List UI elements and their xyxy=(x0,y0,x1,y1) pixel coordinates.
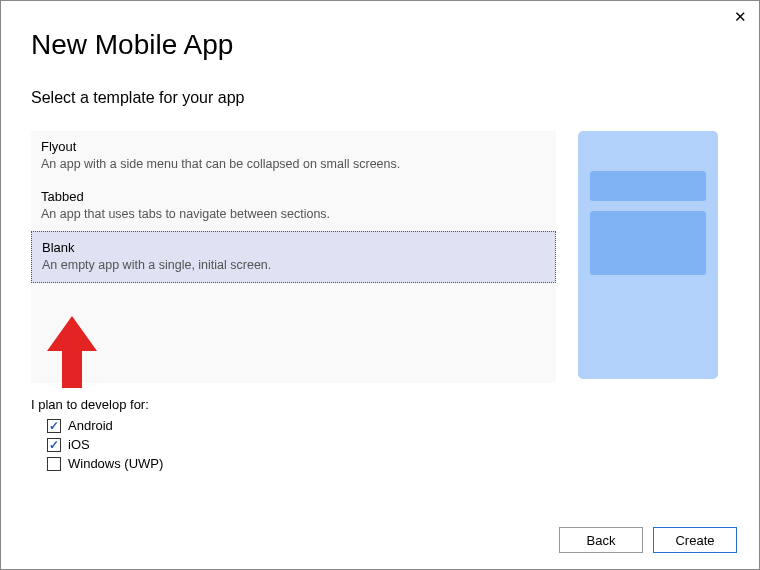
checkbox-label: iOS xyxy=(68,437,90,452)
preview-pane xyxy=(578,131,718,379)
template-item-flyout[interactable]: Flyout An app with a side menu that can … xyxy=(31,131,556,181)
dialog-content: New Mobile App Select a template for you… xyxy=(1,1,759,495)
template-name: Blank xyxy=(42,240,545,255)
checkbox-row-ios: iOS xyxy=(47,437,729,452)
dialog-title: New Mobile App xyxy=(31,29,729,61)
dialog-subtitle: Select a template for your app xyxy=(31,89,729,107)
template-list: Flyout An app with a side menu that can … xyxy=(31,131,556,383)
template-desc: An app with a side menu that can be coll… xyxy=(41,157,546,171)
close-button[interactable]: ✕ xyxy=(734,9,747,24)
main-area: Flyout An app with a side menu that can … xyxy=(31,131,729,383)
develop-for-label: I plan to develop for: xyxy=(31,397,729,412)
checkbox-label: Android xyxy=(68,418,113,433)
checkbox-label: Windows (UWP) xyxy=(68,456,163,471)
back-button[interactable]: Back xyxy=(559,527,643,553)
template-item-tabbed[interactable]: Tabbed An app that uses tabs to navigate… xyxy=(31,181,556,231)
preview-block xyxy=(590,171,706,201)
checkbox-android[interactable] xyxy=(47,419,61,433)
button-row: Back Create xyxy=(559,527,737,553)
develop-for-section: I plan to develop for: Android iOS Windo… xyxy=(31,397,729,471)
template-desc: An app that uses tabs to navigate betwee… xyxy=(41,207,546,221)
create-button[interactable]: Create xyxy=(653,527,737,553)
template-desc: An empty app with a single, initial scre… xyxy=(42,258,545,272)
checkbox-uwp[interactable] xyxy=(47,457,61,471)
checkbox-row-android: Android xyxy=(47,418,729,433)
template-name: Tabbed xyxy=(41,189,546,204)
template-item-blank[interactable]: Blank An empty app with a single, initia… xyxy=(31,231,556,283)
preview-block xyxy=(590,211,706,275)
checkbox-ios[interactable] xyxy=(47,438,61,452)
template-name: Flyout xyxy=(41,139,546,154)
checkbox-row-uwp: Windows (UWP) xyxy=(47,456,729,471)
